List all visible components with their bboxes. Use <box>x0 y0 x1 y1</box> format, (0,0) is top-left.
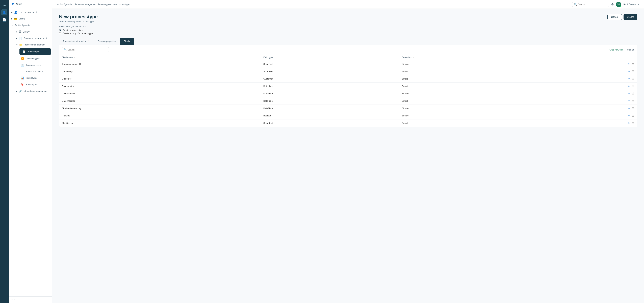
sidebar-item-billing[interactable]: ▶ 💳 Billing <box>9 16 52 22</box>
tab-processtype-info-label: Processtype information <box>63 40 86 42</box>
search-box[interactable]: 🔍 <box>572 2 609 7</box>
radio-create[interactable]: Create a processtype <box>59 29 637 31</box>
tab-gemma-label: Gemma properties <box>98 40 116 42</box>
delete-icon[interactable]: 🗑 <box>632 62 634 66</box>
fields-toolbar-right: + Add new field Total: 15 <box>608 48 634 51</box>
back-arrow-icon[interactable]: ← <box>56 3 59 6</box>
gear-icon[interactable]: ⚙ <box>611 2 614 6</box>
cancel-button[interactable]: Cancel <box>608 14 622 20</box>
chevron-down-icon: ▼ <box>12 24 13 26</box>
radio-copy[interactable]: Create a copy of a processtype <box>59 32 637 34</box>
config-icon: ⚙ <box>14 24 17 27</box>
sidebar-collapse[interactable]: « « <box>9 296 52 303</box>
header-actions: Cancel Create <box>608 14 637 20</box>
cell-behaviour: Smart <box>399 82 541 90</box>
sidebar-item-configuration[interactable]: ▼ ⚙ Configuration <box>9 22 52 28</box>
cell-behaviour: Smart <box>399 75 541 82</box>
fields-search-input[interactable] <box>68 48 107 51</box>
edit-icon[interactable]: ✏ <box>628 99 630 102</box>
cell-actions: ✏ 🗑 <box>541 97 637 105</box>
delete-icon[interactable]: 🗑 <box>632 92 634 95</box>
sidebar-item-user-management[interactable]: ▶ 👤 User management <box>9 9 52 16</box>
sort-icon[interactable]: ↑↓ <box>274 56 275 58</box>
radio-copy-input[interactable] <box>59 32 61 34</box>
cell-field-name: Date modified <box>59 97 261 105</box>
edit-icon[interactable]: ✏ <box>628 92 630 95</box>
profiles-icon: 🗂 <box>21 70 24 73</box>
icon-bar: ☁ 👤 📄 <box>0 0 9 303</box>
create-button[interactable]: Create <box>624 14 637 20</box>
delete-icon[interactable]: 🗑 <box>632 122 634 125</box>
profiles-label: Profiles and layout <box>25 70 43 73</box>
edit-icon[interactable]: ✏ <box>628 77 630 80</box>
doc-types-label: Document types <box>26 64 41 66</box>
search-input[interactable] <box>578 3 607 6</box>
result-icon: 📊 <box>21 76 24 80</box>
delete-icon[interactable]: 🗑 <box>632 70 634 73</box>
sort-icon[interactable]: ↑↓ <box>73 56 75 58</box>
user-icon[interactable]: 👤 <box>1 10 8 16</box>
total-label: Total: 15 <box>626 48 634 51</box>
cell-field-type: Customer <box>261 75 399 82</box>
table-row: Handled Boolean Simple ✏ 🗑 <box>59 112 637 120</box>
fields-panel: 🔍 + Add new field Total: 15 Field name <box>59 45 637 127</box>
edit-icon[interactable]: ✏ <box>628 62 630 66</box>
cell-behaviour: Simple <box>399 90 541 97</box>
document-icon[interactable]: 📄 <box>1 17 8 23</box>
table-row: Correspondence ID ShortText Simple ✏ 🗑 <box>59 60 637 68</box>
sidebar-item-result-types[interactable]: 📊 Result types <box>18 75 52 81</box>
sidebar-item-library[interactable]: ▶ 🏛 Library <box>14 28 52 35</box>
admin-label: Admin <box>16 3 22 5</box>
tabs: Processtype information ⚠ Gemma properti… <box>59 38 637 45</box>
sidebar-item-decision-types[interactable]: 🔀 Decision types <box>18 55 52 62</box>
radio-create-input[interactable] <box>59 29 61 31</box>
delete-icon[interactable]: 🗑 <box>632 114 634 117</box>
sidebar-item-profiles-layout[interactable]: 🗂 Profiles and layout <box>18 68 52 75</box>
search-icon: 🔍 <box>574 3 577 6</box>
processtypes-label: Processtypes <box>27 50 40 53</box>
cell-field-name: Modified by <box>59 120 261 127</box>
table-row: Date handled DateTime Simple ✏ 🗑 <box>59 90 637 97</box>
edit-icon[interactable]: ✏ <box>628 107 630 110</box>
tab-processtype-info[interactable]: Processtype information ⚠ <box>59 38 94 45</box>
add-new-field-button[interactable]: + Add new field <box>608 48 624 51</box>
integration-icon: 🔗 <box>19 90 22 92</box>
breadcrumb-text: Configuration / Process management / Pro… <box>60 3 130 6</box>
sidebar-item-process-management[interactable]: ▼ 📁 Process management <box>14 42 52 48</box>
delete-icon[interactable]: 🗑 <box>632 84 634 88</box>
cell-actions: ✏ 🗑 <box>541 82 637 90</box>
delete-icon[interactable]: 🗑 <box>632 107 634 110</box>
sidebar-item-document-types[interactable]: 📄 Document types <box>18 62 52 68</box>
tab-gemma-properties[interactable]: Gemma properties <box>94 38 120 45</box>
user-chevron-icon[interactable]: ▼ <box>638 3 640 6</box>
edit-icon[interactable]: ✏ <box>628 84 630 88</box>
cell-field-name: Final settlement day <box>59 105 261 112</box>
table-row: Created by Short text Smart ✏ 🗑 <box>59 68 637 75</box>
chevron-right-icon: ▶ <box>16 37 18 39</box>
edit-icon[interactable]: ✏ <box>628 122 630 125</box>
delete-icon[interactable]: 🗑 <box>632 77 634 80</box>
edit-icon[interactable]: ✏ <box>628 114 630 117</box>
result-label: Result types <box>26 77 38 79</box>
billing-icon: 💳 <box>14 17 18 20</box>
sidebar-item-status-types[interactable]: 🔖 Status types <box>18 81 52 88</box>
sidebar-item-integration[interactable]: ▶ 🔗 Integration management <box>14 88 52 94</box>
sidebar-item-processtypes[interactable]: 📋 Processtypes <box>20 48 51 55</box>
process-mgmt-sub: 📋 Processtypes 🔀 Decision types 📄 Docume… <box>14 48 52 88</box>
cell-behaviour: Smart <box>399 68 541 75</box>
tab-fields[interactable]: Fields <box>120 38 134 45</box>
delete-icon[interactable]: 🗑 <box>632 99 634 102</box>
cell-behaviour: Simple <box>399 105 541 112</box>
user-name: Sunil Gowda <box>623 3 636 6</box>
table-row: Date modified Date time Smart ✏ 🗑 <box>59 97 637 105</box>
sort-icon[interactable]: ↑↓ <box>412 56 414 58</box>
cloud-icon[interactable]: ☁ <box>1 2 8 8</box>
fields-search-box[interactable]: 🔍 <box>62 47 109 52</box>
library-icon: 🏛 <box>19 30 22 33</box>
table-row: Date created Date time Smart ✏ 🗑 <box>59 82 637 90</box>
cell-field-type: DateTime <box>261 90 399 97</box>
edit-icon[interactable]: ✏ <box>628 70 630 73</box>
sidebar-item-document-management[interactable]: ▶ 📄 Document management <box>14 35 52 42</box>
avatar-initials: SU <box>617 3 620 6</box>
cell-actions: ✏ 🗑 <box>541 112 637 120</box>
